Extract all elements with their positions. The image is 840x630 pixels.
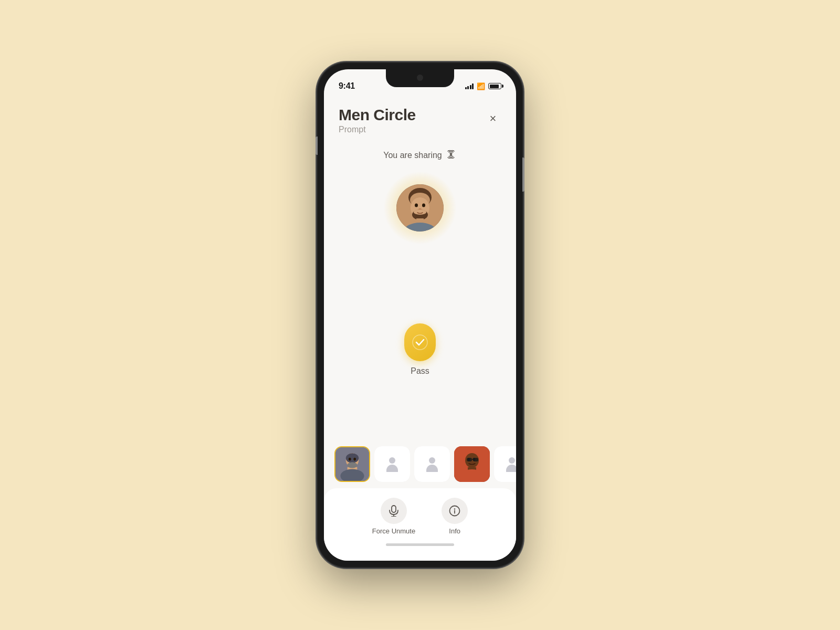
participant-avatar-1: [335, 446, 369, 482]
participant-card-2: [374, 446, 410, 482]
participant-ghost-3: [414, 446, 450, 482]
info-label: Info: [449, 527, 460, 535]
svg-rect-30: [392, 506, 396, 512]
participant-card-5: [494, 446, 516, 482]
main-area: You are sharing: [324, 140, 516, 440]
bottom-actions: Force Unmute Info: [372, 498, 468, 535]
person-icon-2: [384, 456, 400, 472]
force-unmute-label: Force Unmute: [372, 527, 415, 535]
battery-fill: [490, 85, 499, 88]
person-icon-3: [424, 456, 440, 472]
svg-point-34: [454, 508, 455, 509]
close-icon: ×: [490, 113, 497, 124]
signal-bar-4: [472, 83, 474, 89]
sharing-text: You are sharing: [383, 151, 442, 160]
svg-point-9: [414, 209, 426, 215]
battery-icon: [488, 83, 501, 89]
participant-card-3: [414, 446, 450, 482]
participant-photo-1: [335, 447, 369, 481]
force-unmute-action[interactable]: Force Unmute: [372, 498, 415, 535]
status-icons: 📶: [465, 82, 502, 90]
participant-avatar-2: [454, 446, 490, 482]
sharing-label: You are sharing: [383, 150, 457, 161]
info-icon-circle: [442, 498, 468, 524]
svg-point-20: [348, 462, 358, 468]
svg-rect-28: [473, 458, 478, 461]
info-action[interactable]: Info: [442, 498, 468, 535]
phone-frame: 9:41 📶 Men Circle: [318, 63, 522, 567]
status-bar: 9:41 📶: [324, 69, 516, 96]
person-icon-5: [504, 456, 516, 472]
signal-bars-icon: [465, 83, 474, 89]
avatar-face-svg: [396, 184, 444, 232]
user-avatar: [396, 184, 444, 232]
participant-card-4[interactable]: [454, 446, 490, 482]
wifi-icon: 📶: [477, 82, 485, 90]
participant-ghost-2: [374, 446, 410, 482]
phone-screen: 9:41 📶 Men Circle: [324, 69, 516, 561]
bottom-bar: Force Unmute Info: [324, 488, 516, 561]
svg-point-15: [346, 453, 359, 463]
participant-photo-2: [454, 446, 490, 482]
svg-point-6: [422, 204, 425, 207]
user-avatar-container: [388, 176, 452, 239]
participants-row: [324, 440, 516, 488]
svg-point-17: [353, 458, 356, 461]
signal-bar-2: [467, 86, 469, 89]
pass-button[interactable]: [404, 323, 436, 361]
notch: [386, 69, 454, 87]
svg-point-0: [450, 153, 452, 155]
participant-card-1[interactable]: [334, 446, 370, 482]
force-unmute-icon-circle: [381, 498, 407, 524]
pass-section: Pass: [404, 323, 436, 376]
svg-point-12: [413, 335, 427, 350]
svg-rect-27: [467, 458, 472, 461]
radio-icon: [445, 150, 457, 161]
info-icon: [449, 505, 460, 517]
screen-content: Men Circle Prompt × You are sharing: [324, 96, 516, 561]
pass-check-icon: [412, 334, 428, 350]
svg-point-16: [349, 458, 351, 461]
page-subtitle: Prompt: [339, 125, 416, 134]
pass-label: Pass: [411, 366, 429, 376]
header-text: Men Circle Prompt: [339, 106, 416, 134]
page-title: Men Circle: [339, 106, 416, 124]
camera-dot: [417, 75, 423, 81]
close-button[interactable]: ×: [485, 110, 501, 127]
signal-bar-1: [465, 87, 467, 89]
svg-point-5: [415, 204, 418, 207]
signal-bar-3: [470, 85, 471, 89]
participant-ghost-5: [494, 446, 516, 482]
home-indicator: [386, 543, 454, 546]
status-time: 9:41: [339, 81, 355, 91]
header: Men Circle Prompt ×: [324, 96, 516, 140]
microphone-icon: [388, 505, 400, 517]
